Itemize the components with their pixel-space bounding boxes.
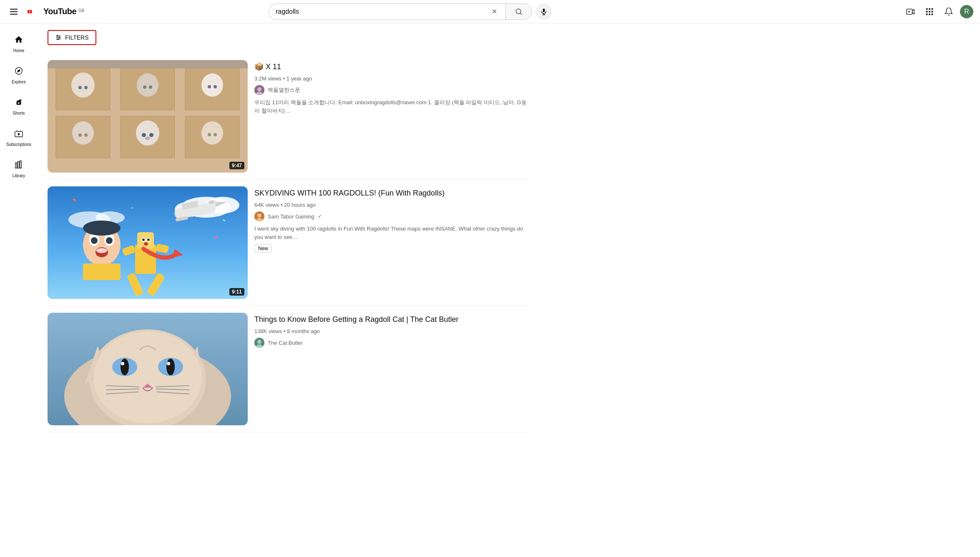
svg-rect-4 (543, 8, 545, 12)
channel-avatar-img-3 (254, 338, 264, 348)
header-right: R (902, 4, 973, 20)
video-thumbnail-3 (48, 313, 248, 425)
svg-point-44 (78, 86, 82, 89)
svg-point-107 (91, 237, 98, 244)
notifications-button[interactable] (941, 4, 957, 20)
main-content: FILTERS (38, 23, 538, 557)
voice-search-button[interactable] (535, 3, 552, 20)
svg-point-42 (75, 78, 82, 86)
svg-rect-13 (932, 8, 933, 10)
sidebar: Home Explore Shorts (0, 23, 38, 557)
apps-button[interactable] (922, 4, 937, 20)
microphone-icon (540, 8, 548, 15)
result-info-3: Things to Know Before Getting a Ragdoll … (254, 313, 528, 425)
result-item-2[interactable]: 9:11 SKYDIVING WITH 100 RAGDOLLS! (Fun W… (48, 180, 528, 306)
apps-icon (925, 7, 934, 16)
subscriptions-icon (14, 129, 23, 140)
svg-point-64 (149, 125, 156, 134)
svg-rect-12 (929, 8, 930, 10)
svg-marker-8 (912, 9, 915, 14)
page-layout: Home Explore Shorts (0, 23, 980, 557)
result-info-1: 📦 X 11 3.2M views • 1 year ago (254, 60, 528, 173)
channel-row-2: Sam Tabor Gaming ✓ (254, 211, 528, 221)
library-icon (14, 160, 23, 171)
sidebar-item-explore[interactable]: Explore (2, 60, 36, 91)
svg-rect-19 (932, 13, 933, 15)
user-avatar-button[interactable]: R (960, 5, 973, 18)
svg-point-124 (93, 331, 202, 423)
svg-point-68 (201, 121, 223, 145)
bell-icon (944, 7, 953, 16)
svg-rect-11 (926, 8, 928, 10)
channel-name-1: 랙돌열한스푼 (268, 86, 300, 94)
result-item[interactable]: ~ (48, 53, 528, 180)
result-title-3: Things to Know Before Getting a Ragdoll … (254, 314, 528, 325)
svg-point-66 (149, 133, 153, 137)
logo-text: YouTube (43, 7, 76, 16)
sidebar-item-library[interactable]: Library (2, 153, 36, 185)
sidebar-item-home[interactable]: Home (2, 28, 36, 60)
logo-country: GB (78, 8, 84, 13)
home-icon (14, 35, 23, 46)
svg-text:~: ~ (82, 90, 84, 93)
svg-point-65 (142, 133, 146, 137)
svg-point-62 (136, 120, 159, 146)
svg-point-47 (137, 73, 158, 97)
channel-avatar-img-2 (254, 211, 264, 221)
result-description-2: I went sky diving with 100 ragdolls in F… (254, 225, 528, 241)
svg-rect-17 (926, 13, 928, 15)
svg-rect-14 (926, 11, 928, 13)
result-item-3[interactable]: Things to Know Before Getting a Ragdoll … (48, 306, 528, 432)
duration-badge-1: 9:47 (229, 162, 244, 169)
thumbnail-cats-grid: ~ (48, 60, 248, 173)
channel-avatar-3 (254, 338, 264, 348)
svg-point-58 (76, 126, 82, 133)
youtube-logo[interactable]: YouTube GB (28, 7, 85, 17)
thumbnail-skydiving (48, 186, 248, 299)
svg-point-48 (141, 78, 146, 86)
svg-point-63 (139, 125, 146, 134)
svg-rect-27 (20, 161, 22, 168)
result-title-1: 📦 X 11 (254, 62, 528, 72)
result-age-3: 8 months ago (287, 328, 320, 334)
sidebar-item-subscriptions[interactable]: Subscriptions (2, 122, 36, 153)
result-meta-1: 3.2M views • 1 year ago (254, 75, 528, 82)
filters-button[interactable]: FILTERS (48, 30, 96, 45)
svg-rect-112 (83, 263, 121, 280)
sidebar-library-label: Library (13, 173, 25, 178)
svg-rect-73 (48, 60, 248, 68)
svg-point-56 (214, 85, 217, 88)
new-badge: New (254, 244, 528, 253)
channel-name-3: The Cat Butler (268, 340, 303, 346)
svg-point-51 (149, 85, 152, 89)
search-clear-button[interactable]: ✕ (490, 6, 499, 17)
svg-marker-21 (17, 69, 20, 73)
result-meta-2: 64K views • 20 hours ago (254, 202, 528, 208)
menu-button[interactable] (7, 5, 21, 18)
svg-point-75 (257, 87, 261, 91)
svg-point-129 (121, 362, 124, 365)
svg-point-111 (83, 221, 121, 236)
sidebar-item-shorts[interactable]: Shorts (2, 91, 36, 122)
channel-name-2: Sam Tabor Gaming (268, 213, 314, 220)
svg-point-32 (59, 37, 60, 38)
search-submit-button[interactable] (505, 3, 532, 20)
header-center: ✕ (269, 3, 552, 20)
sidebar-shorts-label: Shorts (13, 111, 25, 115)
create-button[interactable] (902, 4, 918, 20)
svg-point-45 (84, 86, 88, 89)
create-icon (906, 7, 915, 16)
svg-point-70 (214, 126, 219, 133)
svg-point-127 (121, 359, 129, 375)
svg-point-31 (57, 35, 58, 37)
video-thumbnail-1: ~ (48, 60, 248, 173)
result-views-3: 138K views (254, 328, 282, 334)
svg-point-53 (205, 78, 211, 85)
svg-point-67 (145, 137, 150, 140)
result-title-2: SKYDIVING WITH 100 RAGDOLLS! (Fun With R… (254, 188, 528, 198)
search-input[interactable] (276, 8, 490, 15)
search-form[interactable]: ✕ (269, 3, 532, 20)
svg-point-61 (84, 133, 88, 137)
duration-badge-2: 9:11 (229, 288, 244, 296)
new-badge-label: New (254, 244, 272, 253)
